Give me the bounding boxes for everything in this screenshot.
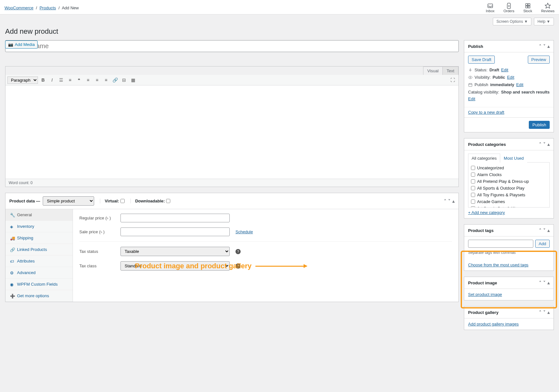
chevron-up-icon[interactable]: ˄ <box>539 310 541 315</box>
chevron-down-icon[interactable]: ˅ <box>543 44 546 49</box>
help-button[interactable]: Help ▼ <box>534 18 554 25</box>
product-type-select[interactable]: Simple product <box>43 196 94 206</box>
regular-price-label: Regular price (৳ ) <box>79 216 115 221</box>
breadcrumb-current: Add New <box>62 5 79 10</box>
tab-linked[interactable]: 🔗Linked Products <box>5 244 73 255</box>
edit-publish-link[interactable]: Edit <box>516 82 523 87</box>
tab-general[interactable]: 🔧General <box>5 209 73 221</box>
inbox-button[interactable]: Inbox <box>486 3 494 13</box>
format-select[interactable]: Paragraph <box>7 76 38 84</box>
edit-status-link[interactable]: Edit <box>501 67 508 72</box>
chevron-up-icon[interactable]: ˄ <box>539 142 541 147</box>
collapse-icon[interactable]: ▴ <box>547 228 550 233</box>
preview-button[interactable]: Preview <box>528 56 550 64</box>
list-item[interactable]: All Pretend Play & Dress-up <box>470 178 547 185</box>
tab-more[interactable]: ➕Get more options <box>5 290 73 302</box>
categories-title: Product categories <box>468 142 506 147</box>
tax-status-select[interactable]: Taxable <box>120 247 230 256</box>
copy-draft-link[interactable]: Copy to a new draft <box>468 110 504 115</box>
fullscreen-icon[interactable]: ⛶ <box>449 76 457 84</box>
publish-title: Publish <box>468 44 483 49</box>
chevron-down-icon[interactable]: ˅ <box>448 199 450 204</box>
tab-attributes[interactable]: 🏷Attributes <box>5 255 73 267</box>
publish-button[interactable]: Publish <box>529 121 550 129</box>
tab-visual[interactable]: Visual <box>423 67 443 75</box>
link-icon[interactable]: 🔗 <box>111 76 119 84</box>
help-icon[interactable]: ? <box>235 263 241 269</box>
breadcrumb-woocommerce[interactable]: WooCommerce <box>4 5 33 10</box>
chevron-down-icon[interactable]: ˅ <box>543 142 546 147</box>
stock-button[interactable]: Stock <box>523 3 532 13</box>
save-draft-button[interactable]: Save Draft <box>468 56 495 64</box>
page-title: Add new product <box>5 27 554 36</box>
chevron-down-icon[interactable]: ˅ <box>543 310 546 315</box>
svg-marker-7 <box>545 3 551 8</box>
list-item[interactable]: Art Supply Sets & Kits <box>470 205 547 208</box>
sale-price-input[interactable] <box>120 227 230 236</box>
align-center-icon[interactable]: ≡ <box>93 76 101 84</box>
sale-price-label: Sale price (৳ ) <box>79 229 115 235</box>
inventory-icon: ◈ <box>10 224 14 229</box>
product-name-input[interactable] <box>5 40 459 52</box>
toolbar-toggle-icon[interactable]: ▦ <box>129 76 137 84</box>
collapse-icon[interactable]: ▴ <box>547 44 550 49</box>
breadcrumb-products[interactable]: Products <box>40 5 56 10</box>
link-chain-icon: 🔗 <box>10 247 14 252</box>
stock-icon <box>525 3 531 9</box>
orders-icon <box>506 3 512 9</box>
add-category-link[interactable]: + Add new category <box>468 210 505 215</box>
schedule-link[interactable]: Schedule <box>235 229 253 234</box>
collapse-icon[interactable]: ▴ <box>452 199 455 204</box>
chevron-up-icon[interactable]: ˄ <box>539 44 541 49</box>
list-item[interactable]: All Toy Figures & Playsets <box>470 192 547 198</box>
tab-wpfm[interactable]: ◉WPFM Custom Fields <box>5 279 73 290</box>
quote-icon[interactable]: ❝ <box>75 76 83 84</box>
add-media-button[interactable]: 📷 Add Media <box>5 40 38 49</box>
reviews-button[interactable]: Reviews <box>541 3 555 13</box>
bullet-list-icon[interactable]: ☰ <box>57 76 65 84</box>
screen-options-button[interactable]: Screen Options ▼ <box>493 18 531 25</box>
tab-text[interactable]: Text <box>442 67 458 75</box>
chevron-up-icon[interactable]: ˄ <box>444 199 446 204</box>
add-tag-button[interactable]: Add <box>535 240 550 248</box>
fields-icon: ◉ <box>10 282 14 287</box>
media-icon: 📷 <box>8 42 13 47</box>
tab-advanced[interactable]: ⚙Advanced <box>5 267 73 279</box>
bold-icon[interactable]: B <box>39 76 47 84</box>
italic-icon[interactable]: I <box>48 76 56 84</box>
add-gallery-images-link[interactable]: Add product gallery images <box>468 322 519 326</box>
virtual-checkbox[interactable]: Virtual: <box>100 199 125 203</box>
orders-button[interactable]: Orders <box>503 3 514 13</box>
collapse-icon[interactable]: ▴ <box>547 142 550 147</box>
edit-visibility-link[interactable]: Edit <box>507 75 514 80</box>
chevron-up-icon[interactable]: ˄ <box>539 228 541 233</box>
tab-inventory[interactable]: ◈Inventory <box>5 221 73 232</box>
chevron-down-icon[interactable]: ˅ <box>543 228 546 233</box>
cat-tab-mostused[interactable]: Most Used <box>500 154 527 163</box>
collapse-icon[interactable]: ▴ <box>547 310 550 315</box>
tax-class-select[interactable]: Standard <box>120 261 230 271</box>
tags-title: Product tags <box>468 228 493 233</box>
cat-tab-all[interactable]: All categories <box>468 154 500 163</box>
list-item[interactable]: Uncategorized <box>470 165 547 171</box>
edit-catalog-link[interactable]: Edit <box>468 96 475 101</box>
readmore-icon[interactable]: ⊟ <box>120 76 128 84</box>
regular-price-input[interactable] <box>120 214 230 222</box>
wrench-icon: 🔧 <box>10 213 14 217</box>
align-right-icon[interactable]: ≡ <box>102 76 110 84</box>
align-left-icon[interactable]: ≡ <box>84 76 92 84</box>
svg-point-8 <box>470 77 471 78</box>
tab-shipping[interactable]: 🚚Shipping <box>5 232 73 244</box>
breadcrumb: WooCommerce / Products / Add New <box>4 5 79 10</box>
editor-content[interactable] <box>5 85 458 179</box>
category-list[interactable]: Uncategorized Alarm Clocks All Pretend P… <box>468 163 550 208</box>
tags-input[interactable] <box>468 240 533 248</box>
ordered-list-icon[interactable]: ≡ <box>66 76 74 84</box>
downloadable-checkbox[interactable]: Downloadable: <box>130 199 170 203</box>
plus-icon: ➕ <box>10 294 14 298</box>
list-item[interactable]: Arcade Games <box>470 198 547 205</box>
list-item[interactable]: Alarm Clocks <box>470 171 547 178</box>
help-icon[interactable]: ? <box>235 249 241 254</box>
tax-class-label: Tax class <box>79 263 115 268</box>
list-item[interactable]: All Sports & Outdoor Play <box>470 185 547 192</box>
